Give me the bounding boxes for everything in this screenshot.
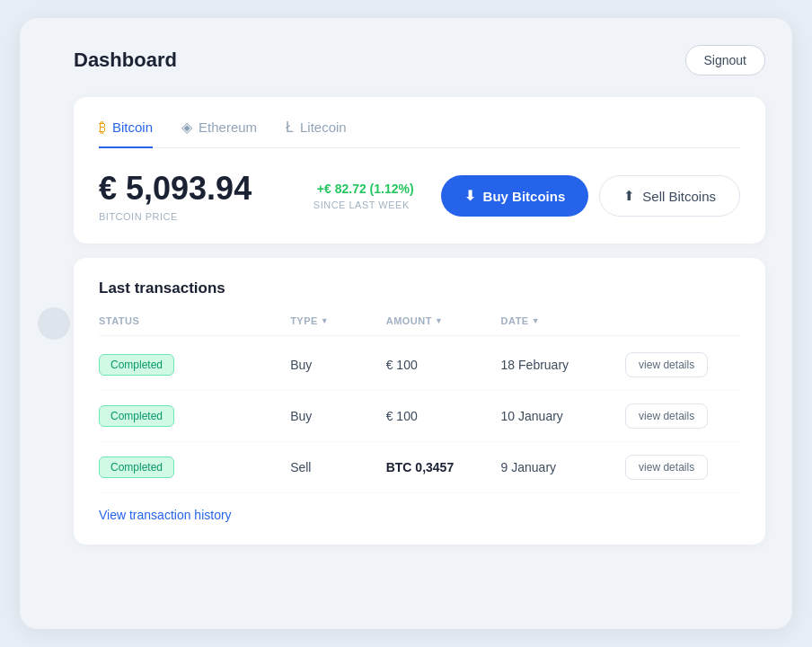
status-badge: Completed xyxy=(99,354,174,376)
row1-date: 18 February xyxy=(501,358,626,372)
row3-action: view details xyxy=(625,455,740,480)
bitcoin-icon: ₿ xyxy=(99,120,106,136)
tab-bitcoin-label: Bitcoin xyxy=(112,120,153,135)
price-change-block: +€ 82.72 (1.12%) SINCE LAST WEEK xyxy=(313,182,414,210)
page-title: Dashboard xyxy=(74,49,177,72)
tab-bitcoin[interactable]: ₿ Bitcoin xyxy=(99,119,153,148)
tab-ethereum[interactable]: ◈ Ethereum xyxy=(181,119,257,148)
sell-label: Sell Bitcoins xyxy=(642,189,716,204)
ethereum-icon: ◈ xyxy=(181,119,192,136)
price-block: € 5,093.94 BITCOIN PRICE xyxy=(99,170,278,222)
row1-action: view details xyxy=(625,352,740,377)
view-history-link[interactable]: View transaction history xyxy=(99,508,232,522)
transactions-card: Last transactions STATUS TYPE ▼ AMOUNT ▼… xyxy=(74,258,765,545)
upload-icon: ⬆ xyxy=(623,188,635,204)
litecoin-icon: Ł xyxy=(286,120,294,136)
row2-status: Completed xyxy=(99,405,290,427)
col-date[interactable]: DATE ▼ xyxy=(501,315,626,326)
buy-label: Buy Bitcoins xyxy=(483,189,566,204)
view-details-button[interactable]: view details xyxy=(625,352,708,377)
table-row: Completed Buy € 100 10 January view deta… xyxy=(99,391,740,442)
tab-ethereum-label: Ethereum xyxy=(199,120,257,135)
price-label: BITCOIN PRICE xyxy=(99,211,278,222)
action-buttons: ⬇ Buy Bitcoins ⬆ Sell Bitcoins xyxy=(441,175,740,217)
table-header: STATUS TYPE ▼ AMOUNT ▼ DATE ▼ xyxy=(99,315,740,336)
row3-type: Sell xyxy=(290,460,386,474)
signout-button[interactable]: Signout xyxy=(685,45,765,75)
main-container: Dashboard Signout ₿ Bitcoin ◈ Ethereum Ł… xyxy=(20,18,792,629)
price-change: +€ 82.72 (1.12%) xyxy=(317,182,414,196)
amount-sort-icon: ▼ xyxy=(435,316,443,325)
row1-amount: € 100 xyxy=(386,358,501,372)
tab-litecoin[interactable]: Ł Litecoin xyxy=(286,119,347,148)
row2-amount: € 100 xyxy=(386,409,501,423)
view-details-button[interactable]: view details xyxy=(625,403,708,429)
status-badge: Completed xyxy=(99,405,174,427)
table-row: Completed Buy € 100 18 February view det… xyxy=(99,340,740,391)
price-section: € 5,093.94 BITCOIN PRICE +€ 82.72 (1.12%… xyxy=(99,170,740,222)
currency-tabs: ₿ Bitcoin ◈ Ethereum Ł Litecoin xyxy=(99,119,740,148)
transactions-title: Last transactions xyxy=(99,279,740,297)
row3-amount: BTC 0,3457 xyxy=(386,460,501,474)
col-amount[interactable]: AMOUNT ▼ xyxy=(386,315,501,326)
row1-status: Completed xyxy=(99,354,290,376)
row2-date: 10 January xyxy=(501,409,626,423)
row2-type: Buy xyxy=(290,409,386,423)
price-change-label: SINCE LAST WEEK xyxy=(313,199,414,210)
buy-button[interactable]: ⬇ Buy Bitcoins xyxy=(441,175,589,217)
download-icon: ⬇ xyxy=(464,188,476,204)
row3-date: 9 January xyxy=(501,460,626,474)
table-row: Completed Sell BTC 0,3457 9 January view… xyxy=(99,442,740,493)
col-action xyxy=(625,315,740,326)
tab-litecoin-label: Litecoin xyxy=(300,120,347,135)
view-details-button[interactable]: view details xyxy=(625,455,708,480)
row3-status: Completed xyxy=(99,456,290,478)
row1-type: Buy xyxy=(290,358,386,372)
status-badge: Completed xyxy=(99,456,174,478)
header: Dashboard Signout xyxy=(74,45,765,75)
col-type[interactable]: TYPE ▼ xyxy=(290,315,386,326)
date-sort-icon: ▼ xyxy=(532,316,540,325)
price-card: ₿ Bitcoin ◈ Ethereum Ł Litecoin € 5,093.… xyxy=(74,97,765,244)
sidebar-handle[interactable] xyxy=(38,307,70,340)
sell-button[interactable]: ⬆ Sell Bitcoins xyxy=(599,175,740,217)
col-status: STATUS xyxy=(99,315,290,326)
type-sort-icon: ▼ xyxy=(321,316,329,325)
row2-action: view details xyxy=(625,403,740,429)
price-value: € 5,093.94 xyxy=(99,170,278,208)
